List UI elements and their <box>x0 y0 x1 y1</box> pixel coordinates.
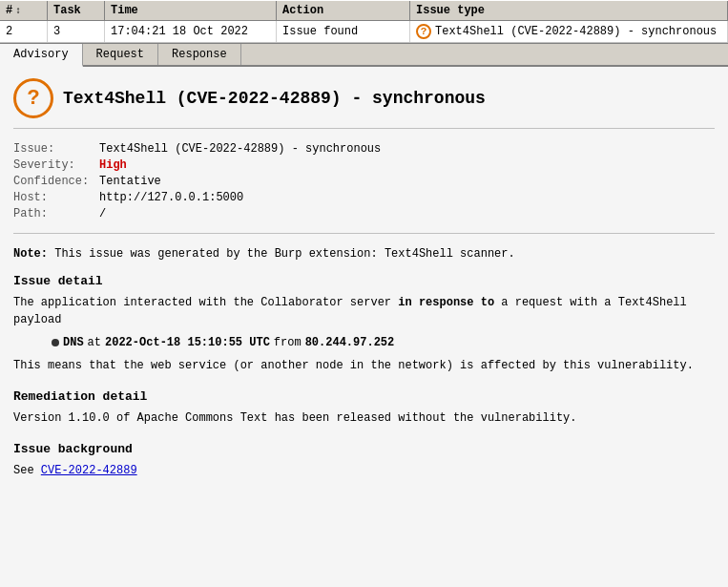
table-row[interactable]: 2 3 17:04:21 18 Oct 2022 Issue found ? T… <box>0 21 728 43</box>
row-num: 2 <box>0 21 48 42</box>
note-text: This issue was generated by the Burp ext… <box>54 247 514 261</box>
dns-from: from <box>274 336 302 349</box>
note-section: Note: This issue was generated by the Bu… <box>13 247 715 261</box>
col-header-task[interactable]: Task <box>48 1 105 20</box>
col-issuetype-label: Issue type <box>416 4 485 17</box>
meta-confidence-value: Tentative <box>99 175 161 188</box>
meta-confidence-label: Confidence: <box>13 175 99 188</box>
col-task-label: Task <box>53 4 81 17</box>
issue-detail-p2: This means that the web service (or anot… <box>13 357 715 374</box>
meta-row-host: Host: http://127.0.0.1:5000 <box>13 191 715 204</box>
meta-path-label: Path: <box>13 207 99 220</box>
advisory-panel: ? Text4Shell (CVE-2022-42889) - synchron… <box>0 67 728 587</box>
dns-label: DNS <box>63 336 84 349</box>
dns-dot-icon <box>52 339 59 346</box>
issue-detail-header: Issue detail <box>13 274 715 288</box>
row-task: 3 <box>48 21 105 42</box>
dns-at: at <box>88 336 101 349</box>
meta-severity-value: High <box>99 158 127 172</box>
tab-advisory[interactable]: Advisory <box>0 44 83 67</box>
row-issuetype: ? Text4Shell (CVE-2022-42889) - synchron… <box>410 21 728 42</box>
remediation-section: Remediation detail Version 1.10.0 of Apa… <box>13 389 715 427</box>
remediation-text: Version 1.10.0 of Apache Commons Text ha… <box>13 409 715 427</box>
col-header-action[interactable]: Action <box>277 1 410 20</box>
meta-path-value: / <box>99 207 106 220</box>
meta-table: Issue: Text4Shell (CVE-2022-42889) - syn… <box>13 142 715 234</box>
table-header: # ↕ Task Time Action Issue type <box>0 0 728 21</box>
row-action: Issue found <box>277 21 410 42</box>
dns-entry: DNS at 2022-Oct-18 15:10:55 UTC from 80.… <box>52 336 715 349</box>
dns-ip: 80.244.97.252 <box>305 336 395 349</box>
col-header-issuetype[interactable]: Issue type <box>410 1 728 20</box>
col-time-label: Time <box>111 4 138 17</box>
large-question-circle-icon: ? <box>13 78 53 118</box>
col-action-label: Action <box>282 4 323 17</box>
dns-time: 2022-Oct-18 15:10:55 UTC <box>105 336 270 349</box>
meta-row-issue: Issue: Text4Shell (CVE-2022-42889) - syn… <box>13 142 715 156</box>
issue-type-cell: ? Text4Shell (CVE-2022-42889) - synchron… <box>416 24 717 39</box>
issue-title: Text4Shell (CVE-2022-42889) - synchronou… <box>63 89 486 108</box>
meta-row-severity: Severity: High <box>13 158 715 172</box>
meta-host-value: http://127.0.0.1:5000 <box>99 191 243 204</box>
meta-issue-value: Text4Shell (CVE-2022-42889) - synchronou… <box>99 142 381 156</box>
issue-detail-section: Issue detail The application interacted … <box>13 274 715 374</box>
tab-response[interactable]: Response <box>158 44 241 65</box>
issue-title-row: ? Text4Shell (CVE-2022-42889) - synchron… <box>13 78 715 129</box>
note-label: Note: <box>13 247 48 261</box>
cve-link[interactable]: CVE-2022-42889 <box>41 464 137 477</box>
tab-request[interactable]: Request <box>83 44 158 65</box>
sort-arrow: ↕ <box>15 6 21 16</box>
background-header: Issue background <box>13 442 715 456</box>
background-see: See <box>13 464 34 477</box>
question-circle-icon: ? <box>416 24 431 39</box>
meta-row-confidence: Confidence: Tentative <box>13 175 715 188</box>
remediation-header: Remediation detail <box>13 389 715 404</box>
meta-host-label: Host: <box>13 191 99 204</box>
issue-detail-p1-bold: in response to <box>398 296 494 309</box>
row-time: 17:04:21 18 Oct 2022 <box>105 21 277 42</box>
background-section: Issue background See CVE-2022-42889 <box>13 442 715 479</box>
tab-bar: Advisory Request Response <box>0 43 728 67</box>
meta-issue-label: Issue: <box>13 142 99 156</box>
col-num-label: # <box>6 4 12 17</box>
background-p: See CVE-2022-42889 <box>13 462 715 479</box>
issue-detail-p1: The application interacted with the Coll… <box>13 294 715 328</box>
col-header-time[interactable]: Time <box>105 1 277 20</box>
meta-severity-label: Severity: <box>13 158 99 172</box>
issue-detail-p1-before: The application interacted with the Coll… <box>13 296 391 309</box>
col-header-num[interactable]: # ↕ <box>0 1 48 20</box>
meta-row-path: Path: / <box>13 207 715 220</box>
